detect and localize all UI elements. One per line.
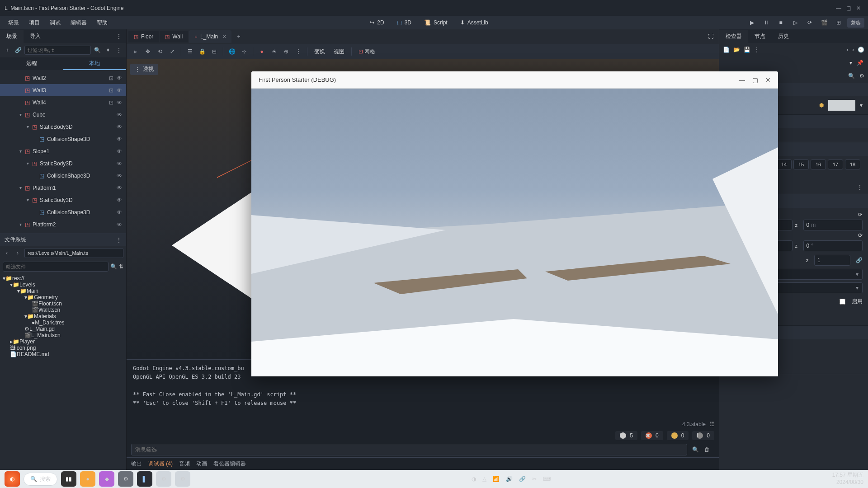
scale-z-input[interactable]: 1 xyxy=(814,255,850,266)
launcher-icon[interactable]: ◐ xyxy=(5,471,20,487)
debug-max-icon[interactable]: ▢ xyxy=(752,76,758,84)
r-hist-icon[interactable]: 🕘 xyxy=(858,47,864,53)
r-dropdown-icon[interactable]: ▾ xyxy=(849,60,852,66)
fs-node[interactable]: ●M_Dark.tres xyxy=(0,319,126,326)
pos-reset-icon[interactable]: ⟳ xyxy=(858,211,863,218)
contab-audio[interactable]: 音频 xyxy=(179,460,190,468)
fs-node[interactable]: ▾📁Main xyxy=(0,288,126,294)
rtab-inspector[interactable]: 检查器 xyxy=(719,30,748,43)
remote-play-button[interactable]: ▷ xyxy=(789,18,801,28)
scene-node[interactable]: ▾◳StaticBody3D👁 xyxy=(0,121,126,133)
link-node-icon[interactable]: 🔗 xyxy=(14,46,23,55)
rot-z-input[interactable]: 0° xyxy=(803,240,863,251)
contab-output[interactable]: 输出 xyxy=(131,460,142,468)
taskbar-app5[interactable]: ⚙ xyxy=(156,471,171,487)
taskbar-app6[interactable]: ⚙ xyxy=(175,471,190,487)
mesh-dropdown-icon[interactable]: ▾ xyxy=(860,102,863,108)
tab-close-icon[interactable]: × xyxy=(222,33,226,40)
fs-node[interactable]: ▾📁Geometry xyxy=(0,294,126,300)
toplevel-checkbox[interactable] xyxy=(840,299,845,305)
fs-node[interactable]: 🎬Wall.tscn xyxy=(0,307,126,313)
tray-icon-2[interactable]: △ xyxy=(482,476,486,482)
console-clear-icon[interactable]: 🗑 xyxy=(704,446,710,453)
fs-path[interactable]: res://Levels/Main/L_Main.ts xyxy=(24,248,123,258)
debug-min-icon[interactable]: — xyxy=(739,76,745,84)
r-pin-icon[interactable]: 📌 xyxy=(857,60,863,66)
tray-tool-icon[interactable]: ✂ xyxy=(532,476,537,482)
scene-node[interactable]: ▾◳Platform1👁 xyxy=(0,182,126,194)
stat-msg[interactable]: i0 xyxy=(692,431,714,440)
scene-tab[interactable]: ◳Wall xyxy=(160,31,188,42)
taskbar-terminal[interactable]: ▌ xyxy=(137,471,152,487)
scene-node[interactable]: ◳Wall4⊡👁 xyxy=(0,96,126,108)
scene-node[interactable]: ▾◳Slope1👁 xyxy=(0,145,126,157)
rtab-node[interactable]: 节点 xyxy=(748,30,772,43)
layers-more-icon[interactable]: ⋮ xyxy=(857,184,863,190)
menu-scene[interactable]: 场景 xyxy=(4,17,24,28)
stop-button[interactable]: ■ xyxy=(775,18,787,28)
left-tab-import[interactable]: 导入 xyxy=(24,30,47,43)
camera-tool-icon[interactable]: ● xyxy=(256,46,267,57)
pause-button[interactable]: ⏸ xyxy=(760,18,772,28)
console-filter-input[interactable] xyxy=(131,444,687,455)
snap-tool-icon[interactable]: ⊹ xyxy=(239,46,250,57)
scene-tab[interactable]: ○L_Main× xyxy=(189,30,231,43)
lock-tool-icon[interactable]: 🔒 xyxy=(197,46,208,57)
scene-node[interactable]: ▾◳Platform2👁 xyxy=(0,218,126,230)
scale-tool-icon[interactable]: ⤢ xyxy=(167,46,178,57)
sun-tool-icon[interactable]: ☀ xyxy=(269,46,279,57)
r-fwd-icon[interactable]: › xyxy=(852,47,854,53)
play-button[interactable]: ▶ xyxy=(746,18,758,28)
extra-icon[interactable]: ✦ xyxy=(104,46,113,55)
taskbar-app4[interactable]: ⚙ xyxy=(118,471,133,487)
r-new-icon[interactable]: 📄 xyxy=(723,47,730,53)
scene-tree[interactable]: ◳Wall2⊡👁◳Wall3⊡👁◳Wall4⊡👁▾◳Cube👁▾◳StaticB… xyxy=(0,70,126,233)
left-tab-scene[interactable]: 场景 xyxy=(0,30,24,43)
tray-wifi-icon[interactable]: 📶 xyxy=(493,476,500,482)
select-tool-icon[interactable]: ▹ xyxy=(130,46,141,57)
console-search-icon[interactable]: 🔍 xyxy=(692,446,699,453)
subtab-local[interactable]: 本地 xyxy=(63,57,127,70)
fs-node[interactable]: ▾📁Materials xyxy=(0,313,126,319)
scene-node[interactable]: ▾◳StaticBody3D👁 xyxy=(0,194,126,206)
view-script[interactable]: 📜 Script xyxy=(420,18,451,28)
r-back-icon[interactable]: ‹ xyxy=(847,47,849,53)
fs-sort-icon[interactable]: ⇅ xyxy=(119,263,123,270)
fs-more-icon[interactable]: ⋮ xyxy=(116,237,122,243)
rtab-history[interactable]: 历史 xyxy=(772,30,795,43)
subtab-remote[interactable]: 远程 xyxy=(0,57,63,70)
add-tab-icon[interactable]: + xyxy=(232,31,245,42)
renderer-mode[interactable]: 兼容 xyxy=(847,18,864,28)
env-tool-icon[interactable]: ⊕ xyxy=(281,46,292,57)
scene-node[interactable]: ▾◳Cube👁 xyxy=(0,108,126,121)
stat-error[interactable]: ✖0 xyxy=(641,431,663,440)
layer-cell[interactable]: 18 xyxy=(845,160,860,169)
tray-keyboard-icon[interactable]: ⌨ xyxy=(543,476,551,482)
fs-search-icon[interactable]: 🔍 xyxy=(110,263,117,270)
r-save-icon[interactable]: 💾 xyxy=(744,47,750,53)
debug-close-icon[interactable]: ✕ xyxy=(765,76,771,84)
fs-back-icon[interactable]: ‹ xyxy=(3,250,11,256)
contab-anim[interactable]: 动画 xyxy=(196,460,207,468)
scene-node[interactable]: ◳CollisionShape3D👁 xyxy=(0,133,126,145)
list-tool-icon[interactable]: ☰ xyxy=(184,46,195,57)
taskbar-search[interactable]: 🔍搜索 xyxy=(24,473,57,486)
view-3d[interactable]: ⬚ 3D xyxy=(393,18,415,28)
close-button[interactable]: ✕ xyxy=(854,5,863,11)
taskbar-app3[interactable]: ◆ xyxy=(99,471,114,487)
more-icon[interactable]: ⋮ xyxy=(114,46,123,55)
contab-shader[interactable]: 着色器编辑器 xyxy=(213,460,246,468)
menu-help[interactable]: 帮助 xyxy=(92,17,112,28)
menu-editor[interactable]: 编辑器 xyxy=(66,17,91,28)
fs-fwd-icon[interactable]: › xyxy=(14,250,22,256)
scene-node[interactable]: ◳CollisionShape3D👁 xyxy=(0,169,126,182)
more-tool-icon[interactable]: ⋮ xyxy=(293,46,304,57)
r-settings-icon[interactable]: ⚙ xyxy=(859,73,864,79)
layout-icon[interactable]: ☷ xyxy=(709,421,714,427)
view-assetlib[interactable]: ⬇ AssetLib xyxy=(457,18,492,28)
layer-cell[interactable]: 14 xyxy=(776,160,792,169)
tray-volume-icon[interactable]: 🔊 xyxy=(506,476,513,482)
stat-info[interactable]: ℹ5 xyxy=(615,431,637,440)
maximize-button[interactable]: ▢ xyxy=(844,5,854,11)
render-button[interactable]: ⊞ xyxy=(833,18,844,28)
